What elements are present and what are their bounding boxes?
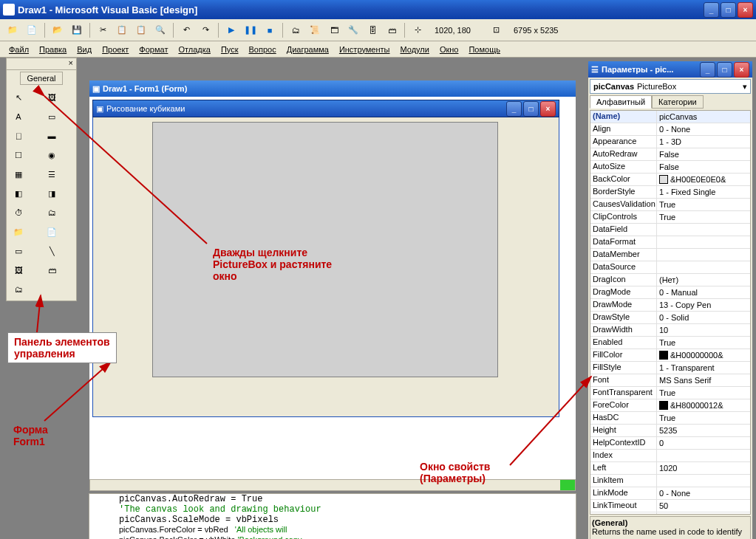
prop-row[interactable]: LinkItem (590, 475, 750, 487)
toolbox-item-1[interactable]: 🖼 (43, 89, 61, 106)
prop-row[interactable]: FontTransparentTrue (590, 387, 750, 399)
toolbox-close-icon[interactable]: × (7, 58, 76, 70)
prop-row[interactable]: Left1020 (590, 462, 750, 475)
stop-icon[interactable]: ■ (262, 22, 278, 38)
prop-row[interactable]: Index (590, 450, 750, 462)
prop-row[interactable]: BackColor&H00E0E0E0& (590, 174, 750, 186)
layout-icon[interactable]: 🗔 (326, 22, 342, 38)
prop-row[interactable]: DataField (590, 224, 750, 236)
toolbox-item-5[interactable]: ▬ (43, 128, 61, 144)
prop-row[interactable]: DrawStyle0 - Solid (590, 312, 750, 324)
maximize-button[interactable]: □ (721, 2, 736, 18)
close-button[interactable]: × (738, 2, 753, 18)
toolbox-tab[interactable]: General (20, 72, 62, 85)
form-close-button[interactable]: × (540, 101, 556, 117)
menu-правка[interactable]: Правка (35, 44, 71, 55)
save-icon[interactable]: 💾 (69, 22, 85, 38)
addproject-icon[interactable]: 📁 (4, 22, 21, 38)
prop-row[interactable]: Height5235 (590, 425, 750, 437)
prop-row[interactable]: LinkTimeout50 (590, 500, 750, 512)
tab-categorized[interactable]: Категории (652, 95, 704, 109)
props-max-button[interactable]: □ (717, 62, 732, 78)
toolbox-item-7[interactable]: ◉ (43, 147, 61, 163)
menu-окно[interactable]: Окно (435, 44, 463, 55)
property-grid[interactable]: (Name)picCanvasAlign0 - NoneAppearance1 … (590, 110, 751, 515)
toolbox-item-10[interactable]: ◧ (10, 185, 27, 202)
addform-icon[interactable]: 📄 (24, 22, 40, 38)
menu-вопрос[interactable]: Вопрос (245, 44, 281, 55)
minimize-button[interactable]: _ (704, 2, 719, 18)
prop-row[interactable]: HelpContextID0 (590, 437, 750, 450)
prop-row[interactable]: HasDCTrue (590, 412, 750, 425)
prop-row[interactable]: CausesValidationTrue (590, 199, 750, 211)
menu-инструменты[interactable]: Инструменты (335, 44, 395, 55)
data-icon[interactable]: 🗄 (364, 22, 381, 38)
props-icon[interactable]: 📜 (307, 22, 323, 38)
prop-row[interactable]: DragIcon(Нет) (590, 274, 750, 286)
toolbox-item-2[interactable]: A (10, 109, 27, 125)
prop-row[interactable]: DataFormat (590, 236, 750, 249)
undo-icon[interactable]: ↶ (178, 22, 194, 38)
run-icon[interactable]: ▶ (223, 22, 239, 38)
pause-icon[interactable]: ❚❚ (242, 22, 259, 38)
prop-row[interactable]: Align0 - None (590, 123, 750, 136)
redo-icon[interactable]: ↷ (197, 22, 214, 38)
menu-модули[interactable]: Модули (395, 44, 433, 55)
toolbox-item-13[interactable]: 🗂 (43, 205, 61, 221)
open-icon[interactable]: 📂 (50, 22, 66, 38)
cut-icon[interactable]: ✂ (95, 22, 111, 38)
prop-row[interactable]: DataMember (590, 249, 750, 261)
prop-row[interactable]: AutoSizeFalse (590, 161, 750, 174)
prop-row[interactable]: ClipControlsTrue (590, 211, 750, 224)
prop-row[interactable]: DragMode0 - Manual (590, 286, 750, 299)
form-max-button[interactable]: □ (523, 101, 539, 117)
toolbox-item-19[interactable]: 🗃 (43, 262, 61, 278)
toolbox-item-20[interactable]: 🗂 (10, 281, 27, 298)
prop-row[interactable]: ForeColor&H80000012& (590, 399, 750, 412)
prop-row[interactable]: FillColor&H00000000& (590, 349, 750, 362)
obj-icon[interactable]: 🔧 (345, 22, 361, 38)
toolbox-item-15[interactable]: 📄 (43, 224, 61, 240)
prop-row[interactable]: DataSource (590, 261, 750, 274)
prop-row[interactable]: LinkMode0 - None (590, 487, 750, 500)
object-selector[interactable]: picCanvasPictureBox ▾ (590, 79, 751, 94)
menu-отладка[interactable]: Отладка (174, 44, 214, 55)
menu-помощь[interactable]: Помощь (464, 44, 505, 55)
prop-row[interactable]: DrawWidth10 (590, 324, 750, 337)
prop-row[interactable]: FontMS Sans Serif (590, 374, 750, 387)
props-min-button[interactable]: _ (700, 62, 715, 78)
form-min-button[interactable]: _ (506, 101, 522, 117)
find-icon[interactable]: 🔍 (152, 22, 168, 38)
props-close-button[interactable]: × (734, 62, 749, 78)
prop-row[interactable]: LinkTopic (590, 512, 750, 515)
paste-icon[interactable]: 📋 (133, 22, 149, 38)
toolbox-item-14[interactable]: 📁 (10, 224, 27, 240)
prop-row[interactable]: DrawMode13 - Copy Pen (590, 299, 750, 312)
menu-проект[interactable]: Проект (98, 44, 133, 55)
prop-row[interactable]: BorderStyle1 - Fixed Single (590, 186, 750, 199)
toolbox-item-11[interactable]: ◨ (43, 185, 61, 202)
toolbox-item-16[interactable]: ▭ (10, 243, 27, 259)
copy-icon[interactable]: 📋 (114, 22, 130, 38)
prop-row[interactable]: (Name)picCanvas (590, 111, 750, 123)
toolbox-item-9[interactable]: ☰ (43, 166, 61, 182)
code-window[interactable]: picCanvas.AutoRedraw = True 'The canvas … (89, 493, 576, 539)
toolbox-item-0[interactable]: ↖ (10, 89, 27, 106)
prop-row[interactable]: Appearance1 - 3D (590, 136, 750, 148)
menu-диаграмма[interactable]: Диаграмма (282, 44, 333, 55)
menu-файл[interactable]: Файл (4, 44, 33, 55)
prop-row[interactable]: FillStyle1 - Transparent (590, 362, 750, 374)
toolbox-item-12[interactable]: ⏱ (10, 205, 27, 221)
toolbox-item-4[interactable]: ⎕ (10, 128, 27, 144)
menu-формат[interactable]: Формат (134, 44, 172, 55)
explorer-icon[interactable]: 🗂 (287, 22, 304, 38)
prop-row[interactable]: AutoRedrawFalse (590, 148, 750, 161)
toolbox-item-3[interactable]: ▭ (43, 109, 61, 125)
db-icon[interactable]: 🗃 (384, 22, 400, 38)
prop-row[interactable]: EnabledTrue (590, 337, 750, 349)
tab-alphabetic[interactable]: Алфавитный (590, 95, 652, 109)
toolbox-item-18[interactable]: 🖼 (10, 262, 27, 278)
toolbox-item-8[interactable]: ▦ (10, 166, 27, 182)
toolbox-item-6[interactable]: ☐ (10, 147, 27, 163)
menu-пуск[interactable]: Пуск (217, 44, 243, 55)
